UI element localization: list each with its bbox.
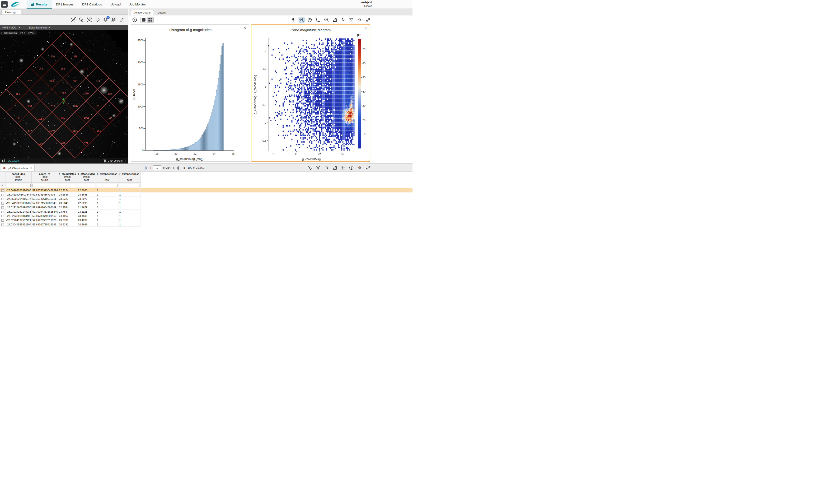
next-page-button[interactable]: ›: [172, 166, 175, 169]
column-unit: (mag): [78, 175, 95, 178]
filter-input-g-cmodelmag[interactable]: [59, 184, 76, 187]
table-row[interactable]: -28.04115265503549652.680814367340324.68…: [0, 192, 412, 197]
select-area-icon[interactable]: [315, 17, 321, 22]
prev-page-button[interactable]: ‹: [149, 166, 151, 169]
external-link-icon[interactable]: [2, 159, 6, 163]
add-chart-icon[interactable]: [132, 17, 137, 22]
filter-icon[interactable]: [315, 165, 321, 170]
layers-off-icon[interactable]: [111, 17, 116, 22]
layers-icon[interactable]: 5: [103, 17, 108, 22]
tab-job-monitor[interactable]: Job Monitor: [125, 0, 150, 9]
paginator: |‹ ‹ of 214 › ›| (1 - 100 of 21,362): [144, 164, 205, 172]
column-name: r_extendedness: [119, 172, 140, 175]
row-checkbox[interactable]: [1, 198, 4, 200]
column-header-r-extendedness[interactable]: r_extendedness float: [118, 172, 141, 183]
row-checkbox[interactable]: [1, 206, 4, 209]
column-unit: [97, 175, 118, 178]
table-row[interactable]: -28.0419226308370752.6957159070354523.58…: [0, 201, 412, 205]
single-view-icon[interactable]: [141, 17, 147, 22]
table-cell: 52.69571590703545: [31, 201, 58, 205]
save-icon[interactable]: [332, 165, 338, 170]
expand-icon[interactable]: [365, 165, 371, 170]
starfield-canvas[interactable]: [0, 30, 128, 164]
zoom-original-icon[interactable]: 1x: [324, 17, 329, 22]
select-region-icon[interactable]: [95, 17, 100, 22]
zoom-in-icon[interactable]: [299, 17, 304, 22]
filter-input-r-cmodelmag[interactable]: [78, 184, 95, 187]
table-row[interactable]: -28.0273396181340852.6978664920146224.19…: [0, 214, 412, 218]
filter-input-g-extendedness[interactable]: [97, 184, 118, 187]
grid-view-icon[interactable]: [147, 17, 153, 22]
settings-icon[interactable]: ⚙: [357, 165, 362, 170]
expand-icon[interactable]: [119, 17, 124, 22]
logout-link[interactable]: Logout: [361, 4, 372, 8]
row-checkbox[interactable]: [1, 224, 4, 226]
click-lock-toggle[interactable]: Click Lock: off: [103, 159, 126, 163]
column-header-coord-dec[interactable]: coord_dec (deg) double: [5, 172, 31, 183]
row-checkbox[interactable]: [1, 194, 4, 196]
coord-system-dropdown[interactable]: Equ / Spherical: [29, 26, 51, 29]
save-icon[interactable]: [332, 17, 338, 22]
column-header-g-extendedness[interactable]: g_extendedness float: [96, 172, 118, 183]
charts-panel: Active ChartsDetails 1x↻⚙ Histogram of g…: [129, 9, 412, 164]
table-cell: 1: [118, 222, 141, 227]
filter-advanced-icon[interactable]: [307, 165, 313, 170]
tab-results[interactable]: Results: [26, 0, 52, 9]
hips-moc-dropdown[interactable]: HiPS / MOC: [2, 26, 20, 29]
table-cell: 52.69726557519876: [31, 218, 58, 222]
table-row[interactable]: -28.02926608894658552.6996168469316922.9…: [0, 205, 412, 209]
close-table-icon[interactable]: ✕: [30, 167, 32, 170]
text-format-icon[interactable]: Tt: [324, 165, 329, 170]
tab-dp1-catalogs[interactable]: DP1 Catalogs: [78, 0, 106, 9]
table-cell: 1: [118, 201, 141, 205]
svg-text:26: 26: [232, 152, 235, 155]
tab-upload[interactable]: Upload: [106, 0, 125, 9]
filter-input-coord-dec[interactable]: [6, 184, 30, 187]
table-row[interactable]: -28.02784197567221452.6972655751987623.6…: [0, 218, 412, 222]
table-row[interactable]: -28.03014252148233352.70094363162884623.…: [0, 209, 412, 214]
column-header-coord-ra[interactable]: coord_ra (deg) double: [31, 172, 58, 183]
charts-body: Histogram of g-magnitudes ✕ 182022242605…: [129, 24, 412, 164]
table-tab[interactable]: dp1.Object - data ✕: [1, 165, 34, 171]
results-chart-icon: [31, 3, 34, 6]
table-row[interactable]: -28.0304453543230452.6976073541536624.92…: [0, 222, 412, 227]
row-checkbox[interactable]: [1, 211, 4, 213]
table-options-icon[interactable]: [341, 165, 346, 170]
expand-icon[interactable]: [365, 17, 371, 22]
tab-coverage[interactable]: Coverage: [1, 10, 21, 14]
filter-icon[interactable]: [349, 17, 354, 22]
tab-details[interactable]: Details: [154, 10, 169, 15]
table-cell: 1: [118, 214, 141, 218]
row-checkbox[interactable]: [1, 219, 4, 222]
table-topbar: dp1.Object - data ✕ |‹ ‹ of 214 › ›| (1 …: [0, 164, 412, 172]
page-number-input[interactable]: [153, 165, 161, 170]
row-checkbox[interactable]: [1, 189, 4, 192]
tools-icon[interactable]: [71, 17, 76, 22]
filter-row-icon[interactable]: [0, 183, 5, 188]
table-row[interactable]: -28.04264265926865852.68056979043639422.…: [0, 188, 412, 192]
menu-icon[interactable]: [1, 1, 8, 8]
settings-icon[interactable]: ⚙: [357, 17, 362, 22]
filter-input-coord-ra[interactable]: [32, 184, 57, 187]
histogram-plot[interactable]: 182022242605001000150020002500g_cModelMa…: [131, 25, 248, 161]
table-row[interactable]: -27.8599621401667752.7504761991531123.63…: [0, 197, 412, 201]
column-header-g-cmodelmag[interactable]: g_cModelMag (mag) float: [58, 172, 77, 183]
tab-dp1-images[interactable]: DP1 Images: [52, 0, 78, 9]
column-header-r-cmodelmag[interactable]: r_cModelMag (mag) float: [77, 172, 96, 183]
filter-input-r-extendedness[interactable]: [119, 184, 140, 187]
row-checkbox[interactable]: [1, 202, 4, 204]
tab-active-charts[interactable]: Active Charts: [131, 10, 154, 15]
chevron-down-icon: [18, 27, 20, 28]
pan-icon[interactable]: [307, 17, 313, 22]
info-icon[interactable]: [349, 165, 354, 170]
search-region-icon[interactable]: [79, 17, 84, 22]
color-magnitude-plot[interactable]: [251, 25, 370, 161]
last-page-button[interactable]: ›|: [176, 166, 179, 169]
recenter-icon[interactable]: [87, 17, 92, 22]
pin-icon[interactable]: [291, 17, 296, 22]
restore-icon[interactable]: ↻: [341, 17, 346, 22]
row-checkbox[interactable]: [1, 215, 4, 217]
sky-view[interactable]: 4003987169526737671006963779351987106210…: [0, 30, 128, 164]
first-page-button[interactable]: |‹: [144, 166, 147, 169]
table-cell: 52.69961684693169: [31, 205, 58, 209]
